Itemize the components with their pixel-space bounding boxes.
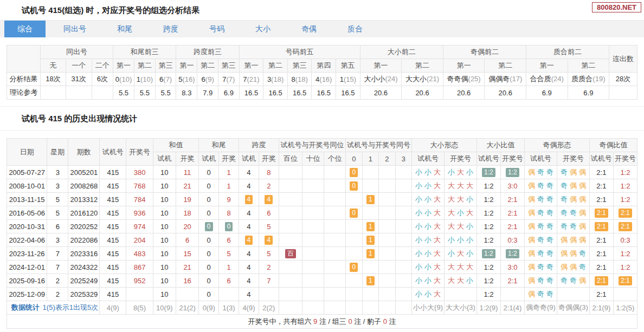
group-header: 奇偶比值 bbox=[589, 139, 637, 152]
highlight-badge: 0 bbox=[350, 181, 358, 191]
cell-same-pos-tens bbox=[302, 206, 324, 220]
count-paren: (21) bbox=[247, 75, 260, 83]
cell-tail-draw: 6 bbox=[219, 233, 239, 247]
pattern-char: 小 bbox=[448, 235, 455, 245]
theory-reference-cell: 6.9 bbox=[218, 86, 240, 100]
pattern-char: 小 bbox=[415, 262, 422, 272]
tab-4[interactable]: 号码 bbox=[196, 21, 237, 37]
cell-test-number: 415 bbox=[100, 274, 126, 288]
pattern-char: 奇 bbox=[546, 194, 553, 204]
cell-draw-number: 204 bbox=[126, 233, 153, 247]
highlight-badge: 0 bbox=[350, 209, 358, 218]
cell-span-test: 4 bbox=[239, 193, 259, 206]
pattern-char: 奇 bbox=[546, 167, 553, 177]
sub-header: 百位 bbox=[279, 152, 302, 166]
cell-tail-draw: 1 bbox=[219, 166, 239, 179]
sub-header: 第一 bbox=[443, 59, 485, 73]
cell-same-count-0: 0 bbox=[346, 206, 363, 220]
group-header: 和尾前三 bbox=[113, 45, 176, 59]
cell-parity-pattern-test: 偶奇奇 bbox=[524, 206, 557, 220]
cell-weekday: 7 bbox=[47, 247, 68, 261]
cell-sum-test: 10 bbox=[153, 247, 176, 261]
cell-same-pos-tens bbox=[302, 193, 324, 206]
tab-5[interactable]: 大小 bbox=[242, 21, 284, 37]
analysis-result-cell: 18次 bbox=[40, 73, 66, 86]
summary-cell bbox=[302, 301, 324, 315]
cell-size-ratio-test: 1:2 bbox=[476, 261, 500, 274]
cell-span-test: 4 bbox=[239, 288, 259, 301]
sub-header: 开奖号 bbox=[445, 152, 477, 166]
cell-sum-draw bbox=[176, 288, 198, 301]
cell-tail-test: 0 bbox=[199, 261, 219, 274]
pattern-char: 大 bbox=[434, 181, 441, 191]
cell-size-ratio-draw: 1:2 bbox=[500, 247, 524, 261]
pattern-char: 小 bbox=[415, 167, 422, 177]
cell-size-pattern-draw bbox=[445, 288, 477, 301]
pattern-char: 小 bbox=[424, 289, 432, 299]
group-type-footer: 开奖号中，共有组六 9 注 / 组三 0 注 / 豹子 0 注 bbox=[7, 315, 637, 329]
row-label: 理论参考 bbox=[7, 86, 41, 100]
theory-reference-cell bbox=[609, 86, 637, 100]
theory-reference-cell: 5.5 bbox=[155, 86, 176, 100]
cell-parity-ratio-test: 2:1 bbox=[589, 220, 613, 233]
cell-size-ratio-draw: 3:0 bbox=[500, 261, 524, 274]
pattern-char: 小 bbox=[466, 194, 473, 204]
cell-date: 2022-04-06 bbox=[7, 233, 47, 247]
sub-header: 第四 bbox=[312, 59, 336, 73]
sub-header: 第五 bbox=[336, 59, 360, 73]
cell-period: 2022086 bbox=[68, 233, 100, 247]
count-paren: (24) bbox=[385, 75, 397, 83]
analysis-result-cell: 偶偶奇(17) bbox=[485, 73, 526, 86]
pattern-char: 大 bbox=[466, 208, 473, 218]
tab-6[interactable]: 奇偶 bbox=[288, 21, 330, 37]
pattern-char: 大 bbox=[448, 208, 455, 218]
value: 0 bbox=[115, 75, 119, 83]
cell-test-number: 415 bbox=[100, 288, 126, 301]
analysis-result-cell: 1(15) bbox=[336, 73, 360, 86]
cell-span-draw bbox=[259, 288, 279, 301]
cell-same-count-3 bbox=[395, 261, 412, 274]
cell-tail-test: 0 bbox=[199, 193, 219, 206]
cell-same-count-1: 1 bbox=[362, 233, 379, 247]
cell-parity-pattern-draw: 偶偶偶 bbox=[557, 233, 589, 247]
summary-cell: 奇偶偶(3) bbox=[557, 301, 589, 315]
highlight-badge: 4 bbox=[265, 195, 273, 204]
pattern-char: 奇 bbox=[537, 235, 544, 245]
pattern-char: 大 bbox=[434, 289, 441, 299]
cell-same-pos-units bbox=[324, 220, 346, 233]
tab-overview[interactable]: 综合 bbox=[4, 21, 46, 37]
sub-header: 第二 bbox=[134, 59, 155, 73]
analysis-result-cell: 5(16) bbox=[176, 73, 197, 86]
tab-7[interactable]: 质合 bbox=[334, 21, 376, 37]
cell-parity-ratio-draw: 1:2 bbox=[613, 261, 637, 274]
value: 质质合 bbox=[571, 75, 593, 83]
tab-2[interactable]: 和尾 bbox=[104, 21, 145, 37]
pattern-char: 大 bbox=[434, 276, 441, 285]
group-header: 和尾 bbox=[199, 139, 239, 152]
sub-header: 1 bbox=[362, 152, 379, 166]
theory-reference-cell: 20.6 bbox=[360, 86, 402, 100]
site-badge[interactable]: 800820.NET bbox=[592, 2, 641, 12]
pattern-char: 偶 bbox=[570, 262, 577, 272]
cell-size-ratio-draw bbox=[500, 288, 524, 301]
group-header: 大小比值 bbox=[476, 139, 524, 152]
cell-same-count-0 bbox=[346, 220, 363, 233]
highlight-badge: 1 bbox=[366, 222, 375, 231]
tab-3[interactable]: 跨度 bbox=[150, 21, 191, 37]
sub-header: 第三 bbox=[155, 59, 176, 73]
cell-tail-draw: 5 bbox=[219, 247, 239, 261]
tab-1[interactable]: 同出号 bbox=[50, 21, 99, 37]
pattern-char: 大 bbox=[434, 249, 441, 258]
highlight-badge: 2:1 bbox=[595, 222, 608, 231]
sub-header: 试机号 bbox=[476, 152, 500, 166]
cell-sum-draw: 19 bbox=[176, 193, 198, 206]
pattern-char: 奇 bbox=[537, 222, 544, 231]
pattern-char: 大 bbox=[434, 167, 441, 177]
pattern-char: 小 bbox=[424, 181, 432, 191]
history-row: 2020-10-3162020252415974102000451小小大大大小1… bbox=[7, 220, 637, 233]
analysis-result-cell: 6次 bbox=[92, 73, 113, 86]
cell-date: 2023-11-26 bbox=[7, 247, 47, 261]
count-paren: (16) bbox=[319, 75, 332, 83]
cell-size-ratio-draw: 3:0 bbox=[500, 179, 524, 193]
history-row: 2013-11-1552013312415784101909441小小大大大小1… bbox=[7, 193, 637, 206]
